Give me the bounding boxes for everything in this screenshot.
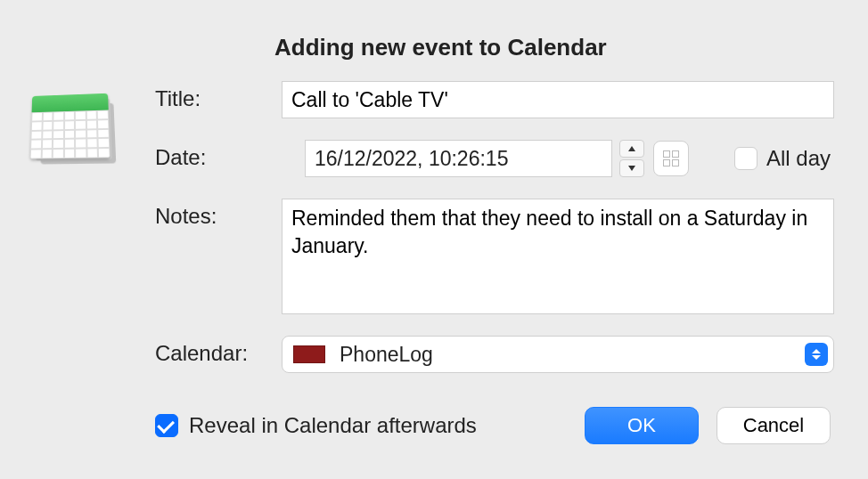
up-down-icon — [805, 343, 828, 366]
dialog-heading: Adding new event to Calendar — [274, 34, 834, 61]
notes-textarea[interactable] — [282, 199, 834, 314]
cancel-button[interactable]: Cancel — [717, 407, 831, 444]
calendar-grid-icon — [663, 150, 679, 166]
date-input[interactable]: 16/12/2022, 10:26:15 — [305, 140, 612, 177]
add-event-dialog: Adding new event to Calendar Title: — [0, 0, 868, 479]
date-picker-button[interactable] — [653, 141, 689, 176]
all-day-checkbox[interactable] — [734, 147, 757, 170]
date-step-down[interactable] — [619, 159, 644, 177]
all-day-label: All day — [766, 146, 831, 171]
calendar-selected-value: PhoneLog — [340, 343, 805, 367]
notes-label: Notes: — [34, 199, 257, 229]
calendar-select[interactable]: PhoneLog — [282, 336, 834, 373]
calendar-color-swatch — [293, 345, 325, 363]
title-input[interactable] — [282, 81, 834, 118]
ok-button[interactable]: OK — [585, 407, 699, 444]
reveal-label: Reveal in Calendar afterwards — [189, 413, 477, 438]
calendar-app-icon — [30, 93, 119, 164]
calendar-label: Calendar: — [34, 336, 257, 366]
date-step-up[interactable] — [619, 140, 644, 158]
date-stepper — [619, 140, 644, 177]
reveal-checkbox[interactable] — [155, 414, 178, 437]
